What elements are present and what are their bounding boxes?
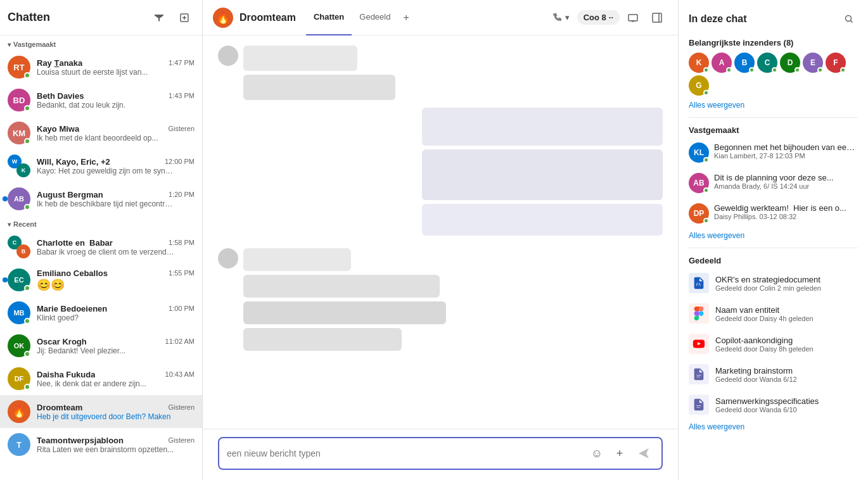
purple-doc-icon	[689, 364, 709, 384]
chat-header: 🔥 Droomteam Chatten Gedeeld + ▾ Coo 8 ··	[203, 0, 678, 35]
chat-info: Beth Davies 1:43 PM Bedankt, dat zou leu…	[37, 91, 195, 110]
message-bubble	[422, 108, 663, 146]
list-item[interactable]: T Teamontwerpsjabloon Gisteren Rita Late…	[0, 428, 202, 461]
contributor-avatar[interactable]: K	[689, 53, 709, 73]
shared-item[interactable]: OKR's en strategiedocument Gedeeld door …	[679, 268, 868, 298]
message-bubble	[243, 46, 357, 71]
chat-time: Gisteren	[168, 125, 195, 132]
chat-time: 1:00 PM	[169, 305, 195, 312]
list-item[interactable]: RT Ray Tanaka 1:47 PM Louisa stuurt de e…	[0, 51, 202, 84]
cast-button[interactable]	[622, 8, 644, 28]
contributor-avatar[interactable]: E	[803, 53, 823, 73]
shared-meta: Gedeeld door Daisy 8h geleden	[715, 345, 858, 353]
sidebar-toggle-button[interactable]	[646, 8, 668, 28]
chat-name: Emiliano Ceballos	[37, 268, 108, 278]
chat-time: 11:02 AM	[165, 338, 195, 345]
status-dot	[817, 67, 823, 73]
avatar-wrap: RT	[8, 56, 30, 79]
divider	[689, 117, 858, 118]
see-all-contributors[interactable]: Alles weergeven	[679, 98, 868, 115]
contributor-avatar[interactable]: F	[826, 53, 846, 73]
list-item[interactable]: AB August Bergman 1:20 PM Ik heb de besc…	[0, 182, 202, 215]
right-panel: In deze chat Belangrijkste inzenders (8)…	[678, 0, 868, 480]
sidebar-title: Chatten	[8, 11, 50, 24]
chat-info: August Bergman 1:20 PM Ik heb de beschik…	[37, 190, 195, 208]
chat-preview: Louisa stuurt de eerste lijst van...	[37, 68, 176, 77]
right-panel-title: In deze chat	[689, 13, 747, 25]
svg-rect-1	[629, 15, 637, 21]
tab-gedeeld[interactable]: Gedeeld	[352, 0, 398, 35]
shared-name: Marketing brainstorm	[715, 366, 858, 376]
contributor-avatar[interactable]: G	[689, 75, 709, 96]
pinned-chevron-icon: ▾	[8, 41, 11, 48]
pinned-heading: Vastgemaakt	[679, 120, 868, 137]
chat-preview: Ik heb met de klant beoordeeld op...	[37, 134, 176, 142]
message-input[interactable]	[227, 448, 583, 458]
see-all-shared[interactable]: Alles weergeven	[679, 420, 868, 436]
contributor-avatar[interactable]: B	[734, 53, 755, 73]
tab-chatten[interactable]: Chatten	[306, 0, 352, 35]
attach-button[interactable]: +	[611, 445, 629, 462]
message-avatar	[218, 46, 238, 66]
user-count-badge[interactable]: Coo 8 ··	[577, 10, 620, 25]
status-dot	[24, 318, 30, 324]
emoji-button[interactable]: ☺	[588, 445, 606, 462]
chat-name: Beth Davies	[37, 91, 84, 101]
pinned-avatar: DP	[689, 203, 709, 224]
list-item[interactable]: KM Kayo Miwa Gisteren Ik heb met de klan…	[0, 117, 202, 149]
chat-info: Oscar Krogh 11:02 AM Jij: Bedankt! Veel …	[37, 337, 195, 355]
ellipsis: ··	[609, 13, 613, 22]
list-item[interactable]: BD Beth Davies 1:43 PM Bedankt, dat zou …	[0, 84, 202, 117]
pinned-item[interactable]: AB Dit is de planning voor deze se... Am…	[679, 168, 868, 198]
status-dot	[24, 285, 30, 291]
recent-section-label: ▾ Recent	[0, 215, 202, 231]
shared-info: Naam van entiteit Gedeeld door Daisy 4h …	[715, 305, 858, 322]
chat-preview: Heb je dit uitgevoerd door Beth? Maken	[37, 412, 176, 421]
list-item[interactable]: W K Will, Kayo, Eric, +2 12:00 PM Kayo: …	[0, 149, 202, 182]
status-dot	[772, 67, 777, 73]
chat-name: Ray Tanaka	[37, 58, 82, 68]
tab-add-button[interactable]: +	[398, 12, 414, 23]
shared-meta: Gedeeld door Daisy 4h geleden	[715, 315, 858, 322]
pinned-name: Dit is de planning voor deze se...	[714, 173, 858, 182]
avatar-wrap: OK	[8, 334, 30, 357]
right-search-button[interactable]	[840, 10, 858, 28]
contributor-avatar[interactable]: A	[712, 53, 732, 73]
send-button[interactable]	[634, 443, 654, 464]
pinned-item[interactable]: KL Begonnen met het bijhouden van een ge…	[679, 137, 868, 168]
shared-info: Copilot-aankondiging Gedeeld door Daisy …	[715, 336, 858, 353]
pinned-item[interactable]: DP Geweldig werkteam! Hier is een o... D…	[679, 198, 868, 229]
list-item[interactable]: C B Charlotte en Babar 1:58 PM Babar ik …	[0, 231, 202, 263]
see-all-pinned[interactable]: Alles weergeven	[679, 229, 868, 245]
filter-button[interactable]	[149, 8, 169, 28]
shared-item[interactable]: Marketing brainstorm Gedeeld door Wanda …	[679, 359, 868, 389]
list-item[interactable]: MB Marie Bedoeienen 1:00 PM Klinkt goed?	[0, 296, 202, 329]
avatar-wrap: 🔥	[8, 400, 30, 423]
shared-item[interactable]: Naam van entiteit Gedeeld door Daisy 4h …	[679, 298, 868, 329]
list-item[interactable]: DF Daisha Fukuda 10:43 AM Nee, ik denk d…	[0, 362, 202, 395]
figma-icon	[689, 303, 709, 324]
call-button[interactable]: ▾	[547, 8, 575, 28]
input-area: ☺ +	[203, 429, 678, 480]
chat-time: Gisteren	[168, 436, 195, 444]
message-bubble	[243, 248, 351, 271]
status-dot	[703, 157, 709, 163]
contributors-heading: Belangrijkste inzenders (8)	[679, 33, 868, 50]
chat-name: Kayo Miwa	[37, 124, 79, 134]
main-chat: 🔥 Droomteam Chatten Gedeeld + ▾ Coo 8 ··	[203, 0, 678, 480]
chat-info: Teamontwerpsjabloon Gisteren Rita Laten …	[37, 436, 195, 454]
contributor-avatar[interactable]: D	[780, 53, 800, 73]
shared-item[interactable]: Samenwerkingsspecificaties Gedeeld door …	[679, 389, 868, 420]
message-bubble	[422, 149, 663, 200]
list-item[interactable]: 🔥 Droomteam Gisteren Heb je dit uitgevoe…	[0, 395, 202, 428]
message-row	[218, 248, 663, 351]
chat-name: Oscar Krogh	[37, 337, 87, 346]
contributor-avatar[interactable]: C	[757, 53, 777, 73]
purple-doc2-icon	[689, 395, 709, 415]
shared-item[interactable]: Copilot-aankondiging Gedeeld door Daisy …	[679, 329, 868, 359]
compose-button[interactable]	[174, 8, 195, 28]
list-item[interactable]: OK Oscar Krogh 11:02 AM Jij: Bedankt! Ve…	[0, 329, 202, 362]
chat-preview: Babar ik vroeg de client om te verzenden…	[37, 248, 176, 256]
list-item[interactable]: EC Emiliano Ceballos 1:55 PM 😊😊	[0, 263, 202, 296]
chat-info: Marie Bedoeienen 1:00 PM Klinkt goed?	[37, 304, 195, 322]
